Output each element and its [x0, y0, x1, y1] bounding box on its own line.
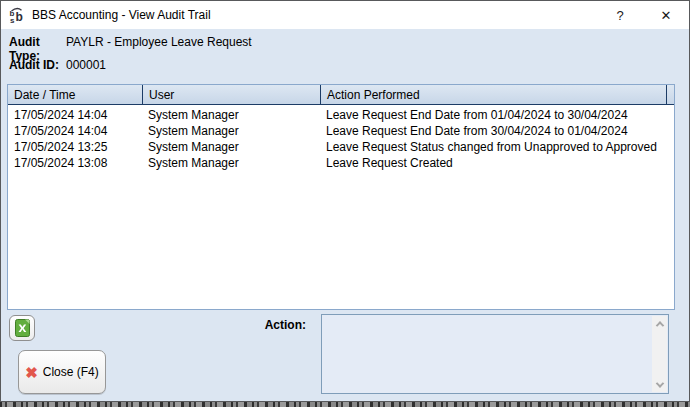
cell-datetime: 17/05/2024 13:25 — [8, 139, 142, 155]
window-controls: ? ✕ — [597, 1, 689, 29]
action-scrollbar[interactable] — [652, 316, 667, 392]
cell-action: Leave Request Created — [320, 155, 666, 171]
close-f4-button[interactable]: ✖ Close (F4) — [18, 350, 106, 394]
cell-datetime: 17/05/2024 14:04 — [8, 107, 142, 123]
scroll-up-button[interactable] — [652, 316, 667, 331]
background-window-sliver — [0, 402, 690, 407]
column-header-user[interactable]: User — [142, 85, 320, 104]
cell-user: System Manager — [142, 155, 320, 171]
cell-action: Leave Request End Date from 01/04/2024 t… — [320, 107, 666, 123]
audit-id-label: Audit ID: — [9, 58, 66, 72]
table-body: 17/05/2024 14:04 System Manager Leave Re… — [8, 105, 674, 171]
export-to-excel-button[interactable] — [9, 315, 35, 341]
window-title: BBS Accounting - View Audit Trail — [32, 8, 211, 22]
action-label: Action: — [226, 318, 306, 332]
svg-text:s: s — [10, 16, 15, 24]
table-header: Date / Time User Action Performed — [8, 85, 674, 105]
app-logo-icon: b s b — [9, 7, 25, 23]
audit-id-value: 000001 — [66, 58, 106, 72]
scroll-down-button[interactable] — [652, 377, 667, 392]
help-icon: ? — [616, 8, 623, 23]
column-header-action-performed[interactable]: Action Performed — [320, 85, 666, 104]
audit-trail-dialog: b s b BBS Accounting - View Audit Trail … — [0, 0, 690, 402]
svg-text:b: b — [16, 10, 23, 24]
action-textbox[interactable] — [321, 314, 669, 394]
help-button[interactable]: ? — [597, 1, 643, 29]
cell-action: Leave Request Status changed from Unappr… — [320, 139, 666, 155]
cell-user: System Manager — [142, 107, 320, 123]
table-row[interactable]: 17/05/2024 14:04 System Manager Leave Re… — [8, 107, 674, 123]
chevron-down-icon — [655, 379, 663, 387]
chevron-up-icon — [655, 321, 663, 329]
close-button-label: Close (F4) — [43, 365, 99, 379]
red-cross-icon: ✖ — [25, 365, 38, 380]
table-row[interactable]: 17/05/2024 13:08 System Manager Leave Re… — [8, 155, 674, 171]
cell-user: System Manager — [142, 123, 320, 139]
cell-action: Leave Request End Date from 30/04/2024 t… — [320, 123, 666, 139]
audit-id-row: Audit ID: 000001 — [9, 58, 106, 72]
cell-user: System Manager — [142, 139, 320, 155]
column-header-spacer — [666, 85, 674, 104]
table-row[interactable]: 17/05/2024 14:04 System Manager Leave Re… — [8, 123, 674, 139]
excel-export-icon — [14, 319, 31, 337]
audit-trail-table: Date / Time User Action Performed 17/05/… — [7, 84, 675, 310]
cell-datetime: 17/05/2024 14:04 — [8, 123, 142, 139]
column-header-date-time[interactable]: Date / Time — [8, 85, 142, 104]
titlebar[interactable]: b s b BBS Accounting - View Audit Trail … — [1, 1, 689, 29]
action-text-value — [326, 318, 648, 390]
window-close-button[interactable]: ✕ — [643, 1, 689, 29]
close-icon: ✕ — [661, 8, 672, 23]
cell-datetime: 17/05/2024 13:08 — [8, 155, 142, 171]
table-row[interactable]: 17/05/2024 13:25 System Manager Leave Re… — [8, 139, 674, 155]
